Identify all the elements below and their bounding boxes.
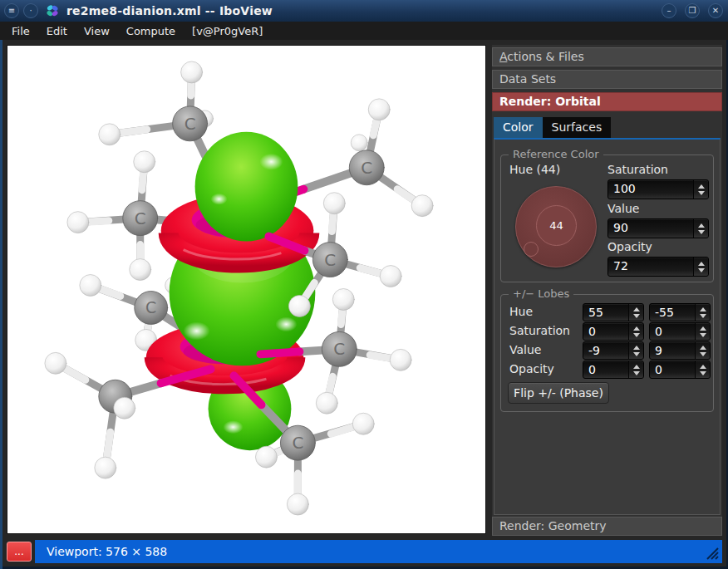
svg-text:C: C <box>333 339 345 359</box>
spin-down-icon[interactable] <box>698 268 705 272</box>
hamburger-menu-icon[interactable]: ≡ <box>4 3 19 18</box>
opacity-label: Opacity <box>607 240 652 253</box>
molecule-render: C C <box>7 46 485 533</box>
orbital-tabs: Color Surfaces <box>494 116 611 138</box>
value-spinbox[interactable]: 90 <box>607 218 709 238</box>
lobes-saturation-plus-value[interactable]: 0 <box>583 323 628 340</box>
app-window: ≡ · re2me8-dianion.xml -- IboView – ❐ ✕ … <box>0 0 728 569</box>
reference-color-legend: Reference Color <box>509 148 603 160</box>
hue-dial-value: 44 <box>536 205 577 246</box>
lobes-opacity-plus-value[interactable]: 0 <box>583 361 628 378</box>
value-label: Value <box>607 202 639 215</box>
spin-down-icon[interactable] <box>633 352 640 356</box>
lobes-opacity-label: Opacity <box>509 362 554 375</box>
reference-color-group: Reference Color Hue (44) 44 Saturation 1… <box>500 155 714 282</box>
spin-up-icon[interactable] <box>700 365 706 369</box>
iboview-logo-icon <box>45 3 60 18</box>
minimize-button[interactable]: – <box>662 3 676 18</box>
svg-text:C: C <box>145 298 156 316</box>
svg-text:C: C <box>361 158 372 178</box>
lobes-saturation-plus-spinbox[interactable]: 0 <box>583 322 644 341</box>
spin-down-icon[interactable] <box>633 333 640 337</box>
spin-down-icon[interactable] <box>698 191 705 195</box>
lobes-opacity-plus-spinbox[interactable]: 0 <box>583 361 644 379</box>
lobes-opacity-minus-value[interactable]: 0 <box>650 361 695 378</box>
lobes-saturation-minus-value[interactable]: 0 <box>650 323 695 340</box>
hue-dial-handle[interactable] <box>524 242 539 257</box>
spin-up-icon[interactable] <box>700 326 706 331</box>
svg-text:C: C <box>184 114 196 134</box>
lobes-hue-plus-value[interactable]: 55 <box>583 304 628 321</box>
window-title: re2me8-dianion.xml -- IboView <box>66 4 273 17</box>
section-render-geometry[interactable]: Render: Geometry <box>492 517 722 536</box>
saturation-label: Saturation <box>607 163 668 176</box>
svg-text:C: C <box>292 433 303 453</box>
hue-dial[interactable]: 44 <box>515 186 597 267</box>
spin-down-icon[interactable] <box>700 371 706 375</box>
section-data-sets[interactable]: Data Sets <box>492 70 722 89</box>
section-render-orbital[interactable]: Render: Orbital <box>492 92 722 111</box>
spin-down-icon[interactable] <box>633 371 640 375</box>
lobes-saturation-minus-spinbox[interactable]: 0 <box>649 322 711 341</box>
spin-down-icon[interactable] <box>700 352 706 356</box>
value-value[interactable]: 90 <box>608 219 693 238</box>
statusbar: Viewport: 576 × 588 <box>35 540 722 563</box>
spin-up-icon[interactable] <box>700 307 706 311</box>
spin-up-icon[interactable] <box>633 346 640 350</box>
spin-down-icon[interactable] <box>700 314 706 318</box>
spin-up-icon[interactable] <box>633 365 640 369</box>
window-dot-icon[interactable]: · <box>23 3 38 18</box>
lobes-value-label: Value <box>509 343 541 356</box>
spin-up-icon[interactable] <box>633 326 640 331</box>
spin-down-icon[interactable] <box>633 314 640 318</box>
lobes-opacity-minus-spinbox[interactable]: 0 <box>649 361 711 379</box>
spin-down-icon[interactable] <box>700 333 706 337</box>
molecule-viewport[interactable]: C C <box>7 45 486 534</box>
resize-grip[interactable] <box>704 545 719 560</box>
spin-up-icon[interactable] <box>698 262 705 266</box>
lobes-legend: +/− Lobes <box>509 287 573 300</box>
menu-user[interactable]: [v@Pr0gVeR] <box>184 23 271 39</box>
spin-up-icon[interactable] <box>698 223 705 228</box>
tab-surfaces[interactable]: Surfaces <box>543 117 612 138</box>
status-menu-button[interactable]: ... <box>7 542 32 562</box>
lobes-value-minus-spinbox[interactable]: 9 <box>649 341 711 360</box>
color-tab-pane: Reference Color Hue (44) 44 Saturation 1… <box>494 138 721 515</box>
lobes-value-plus-spinbox[interactable]: -9 <box>583 341 644 360</box>
spin-up-icon[interactable] <box>698 184 705 189</box>
orbital-lobe-positive-top <box>195 132 298 242</box>
saturation-value[interactable]: 100 <box>608 180 693 199</box>
lobes-hue-minus-value[interactable]: -55 <box>650 304 695 321</box>
lobes-group: +/− Lobes Hue 55 -55 Saturation 0 <box>500 294 714 412</box>
opacity-value[interactable]: 72 <box>608 258 693 276</box>
svg-text:C: C <box>135 208 146 228</box>
menu-edit[interactable]: Edit <box>38 23 76 39</box>
tab-color[interactable]: Color <box>494 117 543 138</box>
opacity-spinbox[interactable]: 72 <box>607 257 709 277</box>
maximize-button[interactable]: ❐ <box>685 3 700 18</box>
lobes-hue-label: Hue <box>509 305 533 318</box>
svg-text:C: C <box>324 250 336 270</box>
saturation-spinbox[interactable]: 100 <box>607 179 709 199</box>
lobes-hue-minus-spinbox[interactable]: -55 <box>649 303 711 321</box>
flip-phase-button[interactable]: Flip +/- (Phase) <box>508 382 609 404</box>
hue-label: Hue (44) <box>509 163 560 176</box>
spin-up-icon[interactable] <box>700 346 706 350</box>
titlebar[interactable]: ≡ · re2me8-dianion.xml -- IboView – ❐ ✕ <box>0 0 728 22</box>
lobes-value-plus-value[interactable]: -9 <box>583 342 628 359</box>
section-actions-files[interactable]: Actions & Files <box>492 47 722 66</box>
close-button[interactable]: ✕ <box>708 3 723 18</box>
lobes-hue-plus-spinbox[interactable]: 55 <box>583 303 644 321</box>
menu-file[interactable]: File <box>3 23 38 39</box>
spin-down-icon[interactable] <box>698 230 705 234</box>
lobes-value-minus-value[interactable]: 9 <box>650 342 695 359</box>
lobes-saturation-label: Saturation <box>509 324 570 337</box>
spin-up-icon[interactable] <box>633 307 640 311</box>
menu-view[interactable]: View <box>76 23 118 39</box>
menu-compute[interactable]: Compute <box>118 23 184 39</box>
control-panel: Actions & Files Data Sets Render: Orbita… <box>492 45 722 534</box>
menubar: File Edit View Compute [v@Pr0gVeR] <box>0 22 728 40</box>
viewport-size-label: Viewport: 576 × 588 <box>47 545 167 558</box>
